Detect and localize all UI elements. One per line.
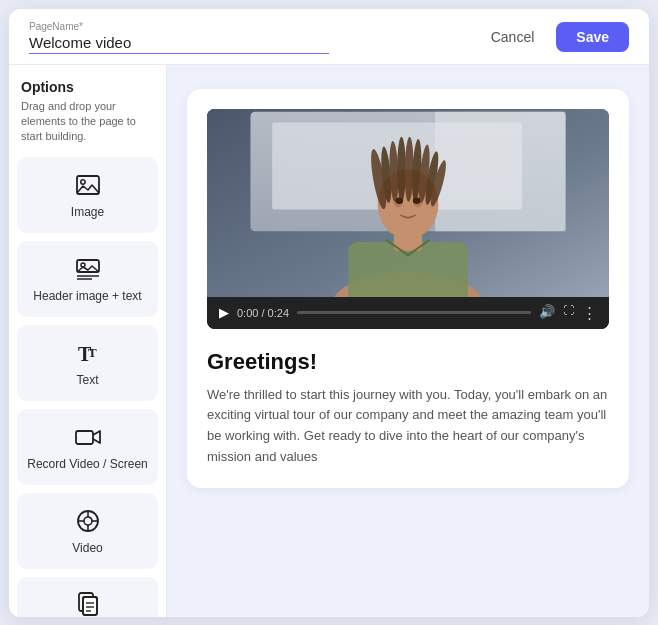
sidebar-item-text-label: Text: [76, 373, 98, 387]
video-thumbnail: [207, 109, 609, 297]
header-image-text-icon: [74, 255, 102, 283]
save-button[interactable]: Save: [556, 22, 629, 52]
time-display: 0:00 / 0:24: [237, 307, 289, 319]
sidebar-header: Options Drag and drop your elements to t…: [17, 79, 158, 157]
more-icon[interactable]: ⋮: [582, 304, 597, 322]
svg-rect-16: [83, 597, 97, 615]
page-name-input[interactable]: [29, 34, 329, 54]
sidebar-item-image-label: Image: [71, 205, 104, 219]
greeting-title: Greetings!: [207, 349, 609, 375]
svg-rect-8: [76, 431, 93, 444]
sidebar-item-record-video-label: Record Video / Screen: [27, 457, 148, 471]
sidebar-item-record-video[interactable]: Record Video / Screen: [17, 409, 158, 485]
svg-rect-26: [435, 111, 565, 231]
app-container: PageName* Cancel Save Options Drag and d…: [9, 9, 649, 617]
greeting-body: We're thrilled to start this journey wit…: [207, 385, 609, 468]
svg-text:T: T: [88, 345, 97, 360]
svg-point-1: [80, 179, 84, 183]
cancel-button[interactable]: Cancel: [479, 23, 547, 51]
fullscreen-icon[interactable]: ⛶: [563, 304, 574, 322]
sidebar-item-text[interactable]: T T Text: [17, 325, 158, 401]
page-name-label: PageName*: [29, 21, 329, 32]
video-player[interactable]: ▶ 0:00 / 0:24 🔊 ⛶ ⋮: [207, 109, 609, 329]
content-card: ▶ 0:00 / 0:24 🔊 ⛶ ⋮: [187, 89, 629, 488]
canvas: ▶ 0:00 / 0:24 🔊 ⛶ ⋮: [167, 65, 649, 617]
video-icon: [74, 507, 102, 535]
sidebar-item-video-label: Video: [72, 541, 102, 555]
sidebar-item-header-image-text-label: Header image + text: [33, 289, 141, 303]
video-controls: ▶ 0:00 / 0:24 🔊 ⛶ ⋮: [207, 297, 609, 329]
sidebar-title: Options: [21, 79, 154, 95]
sidebar-item-header-image-text[interactable]: Header image + text: [17, 241, 158, 317]
sidebar: Options Drag and drop your elements to t…: [9, 65, 167, 617]
record-video-icon: [74, 423, 102, 451]
svg-point-34: [397, 136, 406, 201]
svg-rect-0: [77, 176, 99, 194]
sidebar-subtitle: Drag and drop your elements to the page …: [21, 99, 154, 145]
header-left: PageName*: [29, 21, 329, 54]
play-button[interactable]: ▶: [219, 305, 229, 320]
main: Options Drag and drop your elements to t…: [9, 65, 649, 617]
progress-bar[interactable]: [297, 311, 531, 314]
header: PageName* Cancel Save: [9, 9, 649, 65]
svg-point-42: [396, 197, 404, 204]
svg-point-43: [413, 197, 421, 204]
sidebar-item-video[interactable]: Video: [17, 493, 158, 569]
sidebar-item-image[interactable]: Image: [17, 157, 158, 233]
image-icon: [74, 171, 102, 199]
video-ctrl-icons: 🔊 ⛶ ⋮: [539, 304, 597, 322]
volume-icon[interactable]: 🔊: [539, 304, 555, 322]
svg-point-10: [84, 517, 92, 525]
sidebar-item-document[interactable]: Document: [17, 577, 158, 617]
header-actions: Cancel Save: [479, 22, 629, 52]
document-icon: [74, 591, 102, 617]
text-icon: T T: [74, 339, 102, 367]
